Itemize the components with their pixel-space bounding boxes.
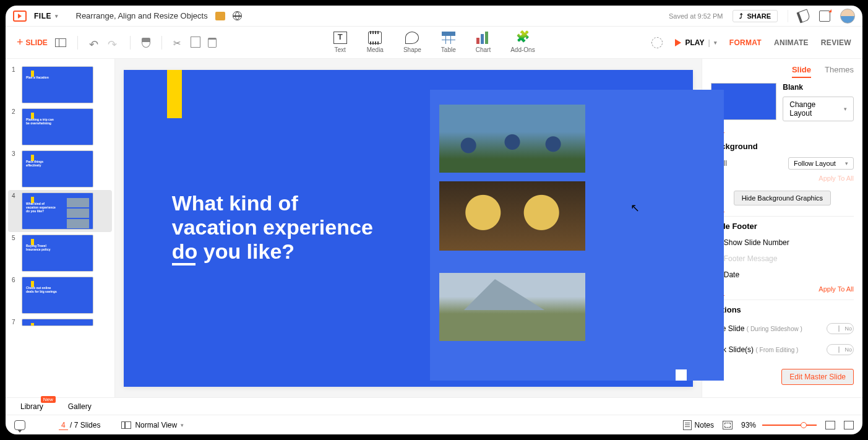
gallery-button[interactable]: Gallery bbox=[68, 402, 92, 411]
insert-addons-label: Add-Ons bbox=[510, 46, 535, 53]
layout-name: Blank bbox=[783, 83, 854, 92]
redo-icon[interactable] bbox=[108, 38, 119, 48]
insert-text-button[interactable]: Text bbox=[333, 32, 347, 53]
hide-background-button[interactable]: Hide Background Graphics bbox=[734, 191, 831, 205]
settings-icon[interactable] bbox=[651, 37, 663, 48]
hide-slide-toggle[interactable]: No bbox=[827, 323, 854, 334]
panel-tab-slide[interactable]: Slide bbox=[792, 65, 811, 78]
slide-thumbnail[interactable]: Pack things effectively bbox=[22, 150, 93, 188]
heading-line: What kind of bbox=[172, 191, 373, 215]
layout-picker-icon[interactable] bbox=[55, 38, 66, 47]
fit-to-screen-icon[interactable] bbox=[723, 421, 733, 429]
slide-image-hiking[interactable] bbox=[439, 273, 585, 341]
fullscreen-icon[interactable] bbox=[844, 421, 854, 429]
slide-thumbnail[interactable]: Planning a trip can be overwhelming bbox=[22, 108, 93, 145]
chevron-down-icon: ▾ bbox=[181, 422, 184, 428]
paste-icon[interactable] bbox=[208, 38, 217, 48]
heading-line: vacation experience bbox=[172, 215, 373, 239]
app-logo-icon[interactable] bbox=[13, 11, 27, 22]
table-icon bbox=[442, 32, 455, 44]
slide-thumbnail[interactable]: Check out online deals for big savings bbox=[22, 277, 93, 314]
current-slide-number[interactable]: 4 bbox=[59, 421, 68, 430]
copy-icon[interactable] bbox=[192, 38, 200, 48]
folder-icon[interactable] bbox=[215, 12, 225, 20]
divider bbox=[130, 36, 131, 50]
decorative-bar bbox=[167, 70, 182, 118]
saved-status: Saved at 9:52 PM bbox=[669, 12, 723, 20]
fit-width-icon[interactable] bbox=[825, 421, 835, 429]
thumb-number: 3 bbox=[12, 150, 18, 188]
library-bar: Library New Gallery bbox=[6, 397, 862, 415]
globe-icon[interactable] bbox=[233, 11, 242, 20]
slide-canvas[interactable]: What kind of vacation experience do you … bbox=[124, 70, 693, 387]
divider bbox=[161, 36, 162, 50]
insert-shape-button[interactable]: Shape bbox=[403, 32, 421, 53]
canvas-area[interactable]: What kind of vacation experience do you … bbox=[115, 59, 702, 397]
insert-addons-button[interactable]: Add-Ons bbox=[510, 32, 535, 53]
chevron-down-icon: ▾ bbox=[714, 40, 717, 46]
play-button[interactable]: PLAY | ▾ bbox=[675, 38, 716, 47]
media-icon bbox=[368, 32, 382, 44]
tab-format[interactable]: FORMAT bbox=[729, 38, 762, 47]
title-bar: FILE ▾ Rearrange, Align and Resize Objec… bbox=[6, 6, 862, 27]
heading-underline bbox=[172, 263, 196, 265]
format-panel: Slide Themes Blank Change Layout ▾ Backg… bbox=[702, 59, 862, 397]
format-painter-icon[interactable] bbox=[142, 38, 150, 48]
lock-slides-toggle[interactable]: No bbox=[827, 344, 854, 355]
cut-icon[interactable] bbox=[173, 38, 184, 48]
announcements-icon[interactable] bbox=[796, 9, 810, 23]
zoom-value: 93% bbox=[741, 421, 756, 429]
insert-table-button[interactable]: Table bbox=[441, 32, 456, 53]
library-button[interactable]: Library New bbox=[20, 402, 43, 411]
notes-button[interactable]: Notes bbox=[683, 420, 714, 430]
slide-thumbnail[interactable]: Buying Travel Insurance policy bbox=[22, 235, 93, 272]
apply-to-all-button[interactable]: Apply To All bbox=[711, 283, 854, 295]
thumb-number: 4 bbox=[12, 192, 18, 230]
slide-image-cultural[interactable] bbox=[439, 181, 585, 251]
slide-image-cycling[interactable] bbox=[439, 105, 585, 173]
new-badge: New bbox=[41, 396, 56, 403]
zoom-slider[interactable] bbox=[762, 425, 817, 426]
document-title[interactable]: Rearrange, Align and Resize Objects bbox=[76, 11, 208, 20]
date-label: Date bbox=[724, 270, 739, 279]
insert-chart-button[interactable]: Chart bbox=[476, 32, 491, 53]
user-avatar[interactable] bbox=[840, 9, 855, 24]
zoom-control: 93% bbox=[741, 421, 817, 429]
heading-line: do you like? bbox=[172, 239, 373, 264]
thumb-number: 2 bbox=[12, 108, 18, 145]
section-background: Background bbox=[711, 137, 854, 155]
slide-thumbnail[interactable]: Plan a Vacation bbox=[22, 66, 93, 103]
insert-media-button[interactable]: Media bbox=[367, 32, 384, 53]
zoom-handle[interactable] bbox=[801, 422, 807, 428]
panel-tab-themes[interactable]: Themes bbox=[825, 65, 854, 78]
tab-animate[interactable]: ANIMATE bbox=[774, 38, 809, 47]
notes-label: Notes bbox=[695, 421, 714, 429]
comments-icon[interactable] bbox=[14, 420, 25, 430]
view-mode-select[interactable]: Normal View ▾ bbox=[121, 421, 184, 429]
fill-value: Follow Layout bbox=[794, 160, 836, 167]
edit-master-button[interactable]: Edit Master Slide bbox=[781, 369, 854, 385]
undo-icon[interactable] bbox=[89, 38, 100, 48]
thumb-number: 1 bbox=[12, 66, 18, 103]
share-button[interactable]: ⤴ SHARE bbox=[733, 10, 778, 22]
fill-select[interactable]: Follow Layout ▾ bbox=[788, 157, 854, 170]
add-slide-button[interactable]: + SLIDE bbox=[17, 36, 48, 49]
view-icon bbox=[121, 421, 131, 429]
inbox-icon[interactable] bbox=[819, 11, 830, 22]
file-menu[interactable]: FILE ▾ bbox=[34, 12, 59, 20]
chevron-down-icon: ▾ bbox=[845, 160, 848, 166]
thumb-number: 6 bbox=[12, 277, 18, 314]
change-layout-button[interactable]: Change Layout ▾ bbox=[783, 97, 854, 121]
slide-thumbnail[interactable] bbox=[22, 319, 93, 326]
slide-heading[interactable]: What kind of vacation experience do you … bbox=[172, 191, 373, 264]
slide-thumbnails-panel[interactable]: 1Plan a Vacation 2Planning a trip can be… bbox=[6, 59, 115, 397]
shape-icon bbox=[405, 32, 419, 44]
slide-thumbnail[interactable]: What kind of vacation experience do you … bbox=[22, 192, 93, 230]
chevron-down-icon: ▾ bbox=[55, 13, 59, 19]
view-label: Normal View bbox=[135, 421, 177, 429]
change-layout-label: Change Layout bbox=[789, 100, 839, 118]
divider bbox=[788, 10, 788, 22]
tab-review[interactable]: REVIEW bbox=[821, 38, 851, 47]
status-bar: 4 / 7 Slides Normal View ▾ Notes 93% bbox=[6, 415, 862, 434]
insert-chart-label: Chart bbox=[476, 46, 491, 53]
